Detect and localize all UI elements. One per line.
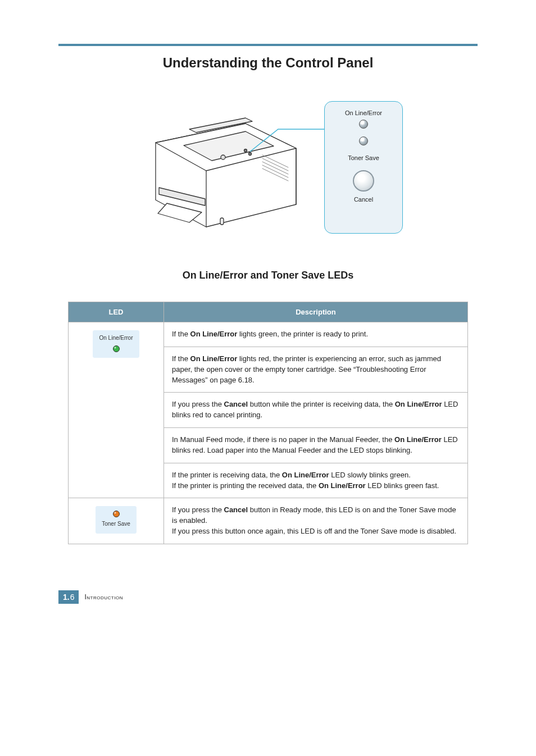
desc-text: In Manual Feed mode, if there is no pape… [172,435,394,444]
page-footer: 1.6 Introduction [58,590,536,604]
led-chip-label: Toner Save [102,520,130,529]
bold-term: On Line/Error [282,471,329,479]
desc-text: If the [172,330,190,338]
svg-point-13 [113,511,119,517]
led-chip: On Line/Error [93,330,139,358]
description-cell: If you press the Cancel button while the… [164,393,468,428]
description-cell: If the On Line/Error lights red, the pri… [164,347,468,393]
led-cell-online: On Line/Error [69,322,164,498]
desc-text: If the [172,354,190,363]
callout-label-cancel: Cancel [354,196,373,203]
bold-term: On Line/Error [394,435,442,444]
description-cell: If the On Line/Error lights green, the p… [164,322,468,347]
page-title: Understanding the Control Panel [0,55,536,71]
desc-text: LED blinks green fast. [366,481,439,490]
section-name: Introduction [84,593,122,601]
control-panel-callout: On Line/Error Toner Save Cancel [324,101,403,234]
toner-led-icon [359,136,368,145]
online-led-icon [359,120,368,129]
page-number-box: 1.6 [58,590,79,604]
led-chip-label: On Line/Error [99,334,133,343]
cancel-button-icon [353,170,374,192]
bold-term: On Line/Error [190,354,238,363]
desc-text: If you press the [172,400,224,408]
callout-label-online: On Line/Error [345,110,382,116]
led-dot-icon [112,510,120,518]
led-chip: Toner Save [96,506,137,534]
bold-term: Cancel [224,400,248,408]
led-cell-toner: Toner Save [69,498,164,544]
th-led: LED [69,302,164,322]
desc-text: If you press the [172,505,224,514]
svg-rect-10 [220,218,224,225]
description-cell: If you press the Cancel button in Ready … [164,498,468,544]
callout-label-toner: Toner Save [348,154,379,161]
table-row: On Line/ErrorIf the On Line/Error lights… [69,322,468,347]
description-cell: In Manual Feed mode, if there is no pape… [164,428,468,463]
desc-text: If you press this button once again, thi… [172,527,456,535]
desc-text: LED slowly blinks green. [329,471,411,479]
desc-text: If the printer is receiving data, the [172,471,282,479]
header-rule [58,44,478,46]
bold-term: On Line/Error [190,330,238,338]
bold-term: On Line/Error [395,400,442,408]
bold-term: Cancel [224,505,248,514]
svg-point-12 [114,347,116,348]
desc-text: lights green, the printer is ready to pr… [237,330,368,338]
svg-point-0 [221,155,225,160]
desc-text: button while the printer is receiving da… [248,400,395,408]
bold-term: On Line/Error [319,481,366,490]
desc-text: If the printer is printing the received … [172,481,319,490]
chapter-number: 1. [63,593,70,602]
led-dot-icon [112,345,120,353]
control-panel-figure: On Line/Error Toner Save Cancel [0,90,536,242]
svg-point-11 [113,345,119,352]
table-row: Toner SaveIf you press the Cancel button… [69,498,468,544]
th-desc: Description [164,302,468,322]
page-number: 6 [70,593,75,602]
led-description-table: LED Description On Line/ErrorIf the On L… [68,302,468,544]
section-title: On Line/Error and Toner Save LEDs [0,270,536,281]
description-cell: If the printer is receiving data, the On… [164,463,468,498]
callout-lead-line [244,124,334,174]
svg-point-14 [114,512,116,514]
